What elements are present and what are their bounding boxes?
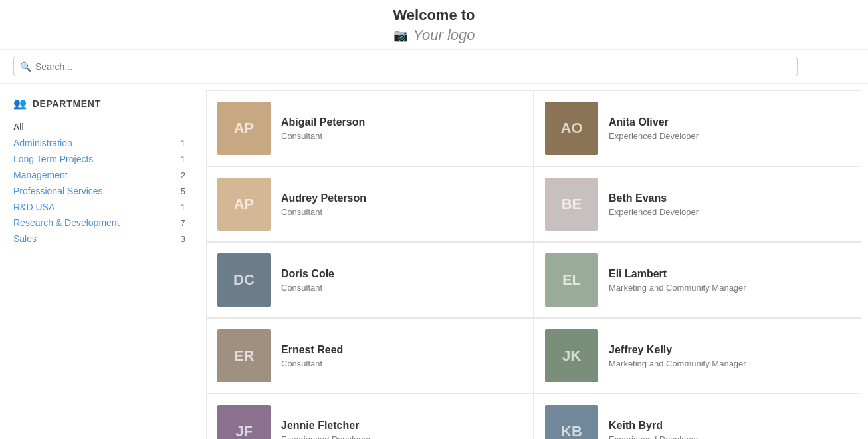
department-icon: 👥	[13, 97, 27, 110]
employee-name: Doris Cole	[281, 268, 522, 280]
sidebar-item-count: 7	[181, 218, 185, 228]
logo-area: 📷 Your logo	[0, 27, 868, 44]
employee-avatar: AP	[217, 102, 271, 155]
employee-card[interactable]: JK Jeffrey Kelly Marketing and Community…	[534, 318, 861, 394]
employee-avatar: JK	[545, 329, 598, 382]
employee-role: Consultant	[281, 207, 522, 217]
page-header: Welcome to 📷 Your logo	[0, 0, 868, 50]
employee-name: Jennie Fletcher	[281, 420, 522, 432]
avatar-initials: BE	[562, 196, 582, 213]
employee-card[interactable]: AP Abigail Peterson Consultant	[206, 90, 534, 166]
employee-info: Beth Evans Experienced Developer	[609, 192, 850, 217]
employee-avatar: EL	[545, 253, 598, 307]
employee-name: Anita Oliver	[609, 116, 850, 128]
employee-name: Ernest Reed	[281, 344, 522, 356]
employee-avatar: DC	[217, 253, 271, 307]
avatar-initials: KB	[561, 423, 582, 439]
avatar-initials: ER	[234, 347, 255, 365]
employee-info: Ernest Reed Consultant	[281, 344, 522, 368]
sidebar-item-link[interactable]: Administration	[13, 138, 72, 148]
employee-info: Audrey Peterson Consultant	[281, 192, 522, 217]
sidebar-item-link[interactable]: Sales	[13, 233, 37, 244]
sidebar-item-long-term-projects[interactable]: Long Term Projects 1	[13, 151, 185, 167]
employee-role: Experienced Developer	[609, 131, 850, 141]
sidebar-item-link[interactable]: Management	[13, 170, 68, 180]
employee-role: Experienced Developer	[609, 207, 850, 217]
employee-avatar: AP	[217, 178, 271, 231]
employee-avatar: JF	[217, 405, 271, 439]
sidebar-item-count: 2	[181, 170, 185, 180]
avatar-initials: JF	[235, 423, 253, 439]
employee-role: Consultant	[281, 359, 522, 368]
employee-info: Jennie Fletcher Experienced Developer	[281, 420, 522, 440]
sidebar-item-count: 1	[181, 154, 185, 164]
sidebar-item-count: 1	[181, 138, 185, 148]
employee-role: Consultant	[281, 283, 522, 293]
employee-grid: AP Abigail Peterson Consultant AO Anita …	[206, 90, 861, 439]
avatar-initials: JK	[562, 347, 581, 365]
avatar-initials: AO	[561, 120, 583, 137]
sidebar-item-count: 1	[181, 202, 185, 212]
sidebar-item-administration[interactable]: Administration 1	[13, 135, 185, 151]
employee-name: Eli Lambert	[609, 268, 850, 280]
search-wrapper: 🔍	[13, 57, 798, 76]
employee-info: Anita Oliver Experienced Developer	[609, 116, 850, 141]
sidebar-item-label: All	[13, 122, 24, 132]
sidebar-item-link[interactable]: Research & Development	[13, 218, 120, 228]
employee-name: Jeffrey Kelly	[609, 344, 850, 356]
employee-name: Beth Evans	[609, 192, 850, 204]
sidebar-item-professional-services[interactable]: Professional Services 5	[13, 183, 185, 199]
sidebar-item-count: 3	[181, 234, 185, 244]
sidebar-items-list: All Administration 1 Long Term Projects …	[13, 119, 185, 247]
employee-role: Marketing and Community Manager	[609, 283, 850, 293]
sidebar-item-link[interactable]: Long Term Projects	[13, 154, 93, 164]
search-input[interactable]	[13, 57, 798, 76]
employee-role: Experienced Developer	[609, 434, 850, 440]
avatar-initials: DC	[233, 271, 255, 289]
employee-role: Consultant	[281, 131, 522, 141]
employee-grid-container: AP Abigail Peterson Consultant AO Anita …	[199, 84, 868, 439]
sidebar-item-all[interactable]: All	[13, 119, 185, 135]
employee-card[interactable]: ER Ernest Reed Consultant	[206, 318, 534, 394]
employee-avatar: BE	[545, 178, 598, 231]
sidebar-item-count: 5	[181, 186, 185, 196]
employee-card[interactable]: AO Anita Oliver Experienced Developer	[534, 90, 861, 166]
employee-info: Eli Lambert Marketing and Community Mana…	[609, 268, 850, 293]
employee-card[interactable]: KB Keith Byrd Experienced Developer	[534, 394, 861, 439]
sidebar: 👥 DEPARTMENT All Administration 1 Long T…	[0, 84, 199, 439]
logo-text: Your logo	[413, 27, 475, 44]
employee-role: Marketing and Community Manager	[609, 359, 850, 368]
camera-icon: 📷	[393, 28, 408, 43]
employee-info: Doris Cole Consultant	[281, 268, 522, 293]
avatar-initials: AP	[234, 196, 255, 213]
sidebar-item-sales[interactable]: Sales 3	[13, 231, 185, 247]
employee-name: Keith Byrd	[609, 420, 850, 432]
employee-info: Abigail Peterson Consultant	[281, 116, 522, 141]
sidebar-item-link[interactable]: R&D USA	[13, 202, 54, 212]
employee-info: Keith Byrd Experienced Developer	[609, 420, 850, 440]
avatar-initials: EL	[562, 271, 581, 289]
sidebar-item-research-and-development[interactable]: Research & Development 7	[13, 215, 185, 231]
employee-card[interactable]: DC Doris Cole Consultant	[206, 242, 534, 318]
employee-avatar: ER	[217, 329, 271, 382]
sidebar-item-management[interactable]: Management 2	[13, 167, 185, 183]
employee-name: Audrey Peterson	[281, 192, 522, 204]
employee-avatar: AO	[545, 102, 598, 155]
department-header: 👥 DEPARTMENT	[13, 97, 185, 110]
welcome-title: Welcome to	[0, 7, 868, 24]
employee-name: Abigail Peterson	[281, 116, 522, 128]
search-icon: 🔍	[20, 61, 31, 72]
department-label: DEPARTMENT	[33, 98, 101, 109]
employee-card[interactable]: JF Jennie Fletcher Experienced Developer	[206, 394, 534, 439]
search-bar: 🔍	[0, 50, 868, 84]
employee-role: Experienced Developer	[281, 434, 522, 440]
sidebar-item-randd-usa[interactable]: R&D USA 1	[13, 199, 185, 215]
sidebar-item-link[interactable]: Professional Services	[13, 186, 103, 196]
main-content: 👥 DEPARTMENT All Administration 1 Long T…	[0, 84, 868, 439]
avatar-initials: AP	[234, 120, 255, 137]
employee-card[interactable]: AP Audrey Peterson Consultant	[206, 166, 534, 242]
employee-avatar: KB	[545, 405, 598, 439]
employee-card[interactable]: EL Eli Lambert Marketing and Community M…	[534, 242, 861, 318]
employee-info: Jeffrey Kelly Marketing and Community Ma…	[609, 344, 850, 368]
employee-card[interactable]: BE Beth Evans Experienced Developer	[534, 166, 861, 242]
